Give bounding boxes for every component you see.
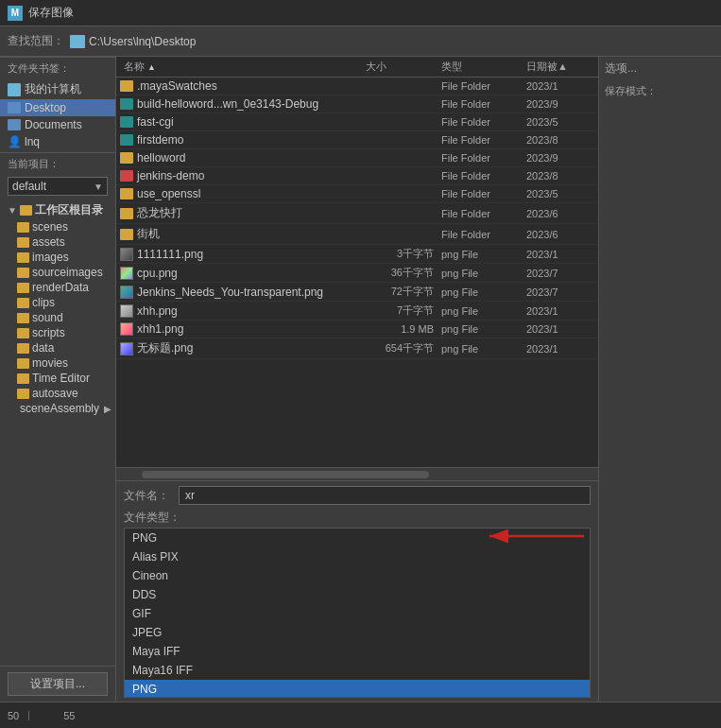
table-row[interactable]: xhh.png 7千字节 png File 2023/1 <box>116 302 598 321</box>
filetype-item-png-top[interactable]: PNG <box>125 529 590 547</box>
thumbnail-img <box>120 267 133 280</box>
file-type: File Folder <box>438 98 523 110</box>
table-row[interactable]: 1111111.png 3千字节 png File 2023/1 <box>116 245 598 264</box>
tree-item-assets[interactable]: assets <box>0 234 115 250</box>
bookmark-item-lnq[interactable]: 👤 lnq <box>0 133 115 150</box>
table-row[interactable]: fast-cgi File Folder 2023/5 <box>116 113 598 131</box>
png-thumbnail <box>120 267 133 280</box>
folder-icon <box>120 229 133 240</box>
file-date: 2023/5 <box>523 116 598 128</box>
table-row[interactable]: firstdemo File Folder 2023/8 <box>116 131 598 149</box>
file-name: xhh1.png <box>137 322 183 336</box>
tree-item-label: movies <box>32 356 68 370</box>
tree-folder-icon <box>17 389 29 399</box>
col-header-date[interactable]: 日期被▲ <box>523 60 598 74</box>
file-date: 2023/6 <box>523 208 598 219</box>
workspace-tree[interactable]: ▼ 工作区根目录 scenes assets images <box>0 199 115 666</box>
tree-item-scripts[interactable]: scripts <box>0 325 115 340</box>
tree-item-scenes[interactable]: scenes <box>0 219 115 234</box>
right-panel: 名称 ▲ 大小 类型 日期被▲ .mayaSwatche <box>116 57 598 702</box>
tree-item-images[interactable]: images <box>0 250 115 265</box>
file-size: 654千字节 <box>362 341 438 355</box>
tree-item-sourceimages[interactable]: sourceimages <box>0 265 115 280</box>
tree-folder-icon <box>17 222 29 233</box>
filetype-item-mayaiff[interactable]: Maya IFF <box>125 642 590 661</box>
bookmark-item-desktop[interactable]: Desktop <box>0 99 115 116</box>
file-date: 2023/9 <box>523 98 598 110</box>
col-header-name[interactable]: 名称 ▲ <box>116 60 362 74</box>
tree-item-renderdata[interactable]: renderData <box>0 280 115 295</box>
file-name-cell: xhh.png <box>116 304 362 318</box>
table-row[interactable]: Jenkins_Needs_You-transparent.png 72千字节 … <box>116 283 598 302</box>
tree-folder-icon <box>20 205 32 216</box>
file-date: 2023/8 <box>523 134 598 146</box>
filetype-item-maya16iff[interactable]: Maya16 IFF <box>125 661 590 680</box>
tree-item-root[interactable]: ▼ 工作区根目录 <box>0 201 115 219</box>
current-project-section: default ▼ <box>0 173 115 199</box>
tree-item-sound[interactable]: sound <box>0 310 115 325</box>
tree-item-autosave[interactable]: autosave <box>0 386 115 401</box>
filetype-item-gif[interactable]: GIF <box>125 604 590 623</box>
tree-item-movies[interactable]: movies <box>0 355 115 371</box>
folder-icon <box>120 134 133 146</box>
set-project-button[interactable]: 设置项目... <box>8 672 108 696</box>
file-name: firstdemo <box>137 133 183 147</box>
tree-item-timeeditor[interactable]: Time Editor <box>0 371 115 386</box>
file-date: 2023/8 <box>523 170 598 182</box>
table-row[interactable]: 街机 File Folder 2023/6 <box>116 224 598 245</box>
file-size: 72千字节 <box>362 285 438 299</box>
filetype-item-alias[interactable]: Alias PIX <box>125 547 590 566</box>
filetype-item-jpeg[interactable]: JPEG <box>125 623 590 642</box>
filetype-list[interactable]: PNG Alias PIX Cineon DDS GIF JPEG Maya I… <box>124 528 591 698</box>
filetype-section: 文件类型： PNG Alias PIX Cineon DDS GIF JPEG … <box>116 510 598 702</box>
tree-item-data[interactable]: data <box>0 340 115 355</box>
tree-item-label: data <box>32 341 54 355</box>
filetype-item-png-selected[interactable]: PNG <box>125 680 590 698</box>
col-header-type[interactable]: 类型 <box>438 60 523 74</box>
path-box[interactable]: C:\Users\lnq\Desktop <box>70 35 196 48</box>
thumbnail-img <box>120 248 133 261</box>
table-row[interactable]: build-helloword...wn_0e3143-Debug File F… <box>116 95 598 113</box>
table-row[interactable]: .mayaSwatches File Folder 2023/1 <box>116 78 598 95</box>
dialog-body: 查找范围： C:\Users\lnq\Desktop 文件夹书签： 我的计算机 … <box>0 26 721 728</box>
bookmark-item-computer[interactable]: 我的计算机 <box>0 79 115 99</box>
file-name: Jenkins_Needs_You-transparent.png <box>137 286 323 299</box>
filetype-item-dds[interactable]: DDS <box>125 585 590 604</box>
table-row[interactable]: jenkins-demo File Folder 2023/8 <box>116 167 598 185</box>
file-name-cell: cpu.png <box>116 267 362 280</box>
table-row[interactable]: 无标题.png 654千字节 png File 2023/1 <box>116 338 598 359</box>
search-label: 查找范围： <box>8 33 64 49</box>
file-type: File Folder <box>438 134 523 146</box>
file-type: png File <box>438 286 523 298</box>
options-button[interactable]: 选项... <box>605 61 637 75</box>
bookmark-item-documents[interactable]: Documents <box>0 116 115 133</box>
tree-item-clips[interactable]: clips <box>0 295 115 310</box>
left-panel: 文件夹书签： 我的计算机 Desktop Documents 👤 lnq <box>0 57 116 702</box>
bookmark-label: lnq <box>25 135 40 148</box>
table-row[interactable]: use_openssl File Folder 2023/5 <box>116 185 598 203</box>
file-list[interactable]: .mayaSwatches File Folder 2023/1 build-h… <box>116 78 598 467</box>
bottom-section: 文件名： 文件类型： PNG Alias PIX Cineon DDS GIF … <box>116 480 598 702</box>
file-name: 恐龙快打 <box>137 205 182 221</box>
file-type: File Folder <box>438 152 523 164</box>
file-name-cell: jenkins-demo <box>116 169 362 182</box>
scrollbar-thumb[interactable] <box>142 471 429 478</box>
table-row[interactable]: 恐龙快打 File Folder 2023/6 <box>116 203 598 224</box>
file-name-cell: use_openssl <box>116 187 362 200</box>
table-row[interactable]: cpu.png 36千字节 png File 2023/7 <box>116 264 598 283</box>
current-project-header: 当前项目： <box>0 152 115 173</box>
project-select[interactable]: default ▼ <box>8 177 108 196</box>
tree-item-sceneassembly[interactable]: sceneAssembly ▶ <box>0 401 115 416</box>
right-area: 名称 ▲ 大小 类型 日期被▲ .mayaSwatche <box>116 57 721 702</box>
filetype-item-cineon[interactable]: Cineon <box>125 566 590 585</box>
tree-folder-icon <box>17 298 29 308</box>
table-row[interactable]: helloword File Folder 2023/9 <box>116 149 598 167</box>
filename-input[interactable] <box>179 486 591 505</box>
horizontal-scrollbar[interactable] <box>116 467 598 480</box>
table-row[interactable]: xhh1.png 1.9 MB png File 2023/1 <box>116 321 598 338</box>
col-header-size[interactable]: 大小 <box>362 60 438 74</box>
tree-item-label: sound <box>32 311 63 324</box>
folder-icon <box>120 188 133 199</box>
file-name-cell: build-helloword...wn_0e3143-Debug <box>116 97 362 111</box>
window-title: 保存图像 <box>28 5 74 21</box>
